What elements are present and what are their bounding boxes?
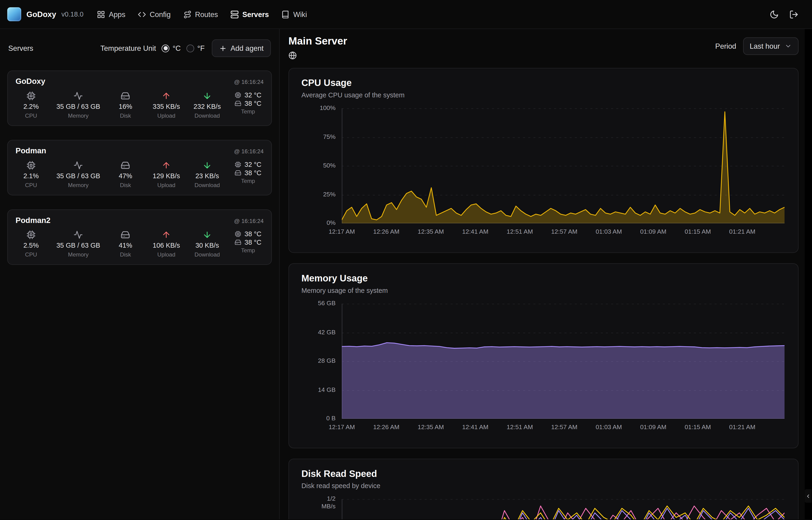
upload-value: 106 KB/s [153,241,180,249]
memory-label: Memory [68,182,88,188]
disk-value: 47% [119,172,132,180]
cpu-temp-value: 32 °C [245,91,261,99]
celsius-label: °C [172,44,181,52]
cpu-stat: 2.2% CPU [16,91,47,119]
upload-stat: 335 KB/s Upload [151,91,182,119]
servers-panel: Servers Temperature Unit °C °F Add agent [0,29,280,519]
period-label: Period [715,42,736,50]
disk-temp-value: 38 °C [245,169,261,177]
panel-title: Servers [8,44,33,52]
activity-icon [74,91,83,101]
server-timestamp: @ 16:16:24 [234,148,263,154]
upload-label: Upload [157,182,175,188]
plus-icon [219,44,227,52]
logout-icon [789,9,799,19]
y-axis-tick: 50% [302,162,336,170]
memory-value: 35 GB / 63 GB [56,103,100,110]
nav-config-label: Config [150,10,171,19]
x-axis-tick: 12:51 AM [507,423,533,431]
nav-config[interactable]: Config [138,10,171,19]
godoxy-dashboard: GoDoxy v0.18.0 Apps Config Routes Server [0,0,812,520]
cpu-value: 2.1% [23,172,39,180]
globe-icon[interactable] [288,51,297,60]
temp-stat: 32 °C 38 °C Temp [232,161,263,184]
cpu-usage-chart: 100%75%50%25%0%12:17 AM12:26 AM12:35 AM1… [302,108,786,239]
cpu-label: CPU [25,112,37,119]
chart-title: Memory Usage [302,273,786,284]
fahrenheit-radio[interactable]: °F [187,44,205,52]
x-axis-tick: 01:09 AM [640,423,667,431]
server-name: GoDoxy [16,77,46,85]
x-axis-tick: 01:03 AM [596,423,622,431]
download-stat: 30 KB/s Download [192,230,223,258]
download-value: 30 KB/s [195,241,219,249]
chart-title: Disk Read Speed [302,469,786,479]
fahrenheit-label: °F [197,44,205,52]
nav-wiki[interactable]: Wiki [281,10,307,19]
y-axis-tick: 25% [302,191,336,199]
chart-subtitle: Average CPU usage of the system [302,91,786,99]
x-axis-tick: 12:51 AM [507,228,533,235]
chart-canvas [342,108,785,224]
memory-label: Memory [68,251,88,258]
cpu-temp-icon [235,92,242,99]
radio-circle-icon [187,44,194,52]
cpu-chip-icon [26,91,36,101]
download-label: Download [195,182,220,188]
period-value: Last hour [750,42,780,50]
nav-routes[interactable]: Routes [183,10,218,19]
memory-stat: 35 GB / 63 GB Memory [56,230,100,258]
x-axis-tick: 01:03 AM [596,228,622,235]
period-select[interactable]: Last hour [743,37,799,55]
nav-routes-label: Routes [195,10,218,19]
theme-toggle-button[interactable] [769,9,779,19]
download-stat: 23 KB/s Download [192,161,223,188]
x-axis-tick: 01:15 AM [685,228,711,235]
memory-value: 35 GB / 63 GB [56,241,100,249]
download-stat: 232 KB/s Download [192,91,223,119]
celsius-radio[interactable]: °C [162,44,181,52]
period-control: Period Last hour [715,37,799,55]
disk-read-speed-card: Disk Read Speed Disk read speed by devic… [288,459,799,519]
server-card-godoxy[interactable]: GoDoxy @ 16:16:24 2.2% CPU 35 GB / 63 GB… [7,71,272,126]
nav-servers[interactable]: Servers [230,10,269,19]
memory-usage-card: Memory Usage Memory usage of the system … [288,263,799,448]
cpu-temp-value: 32 °C [245,161,261,168]
server-timestamp: @ 16:16:24 [234,79,263,85]
x-axis-tick: 12:35 AM [418,423,444,431]
collapse-panel-button[interactable] [805,489,812,503]
add-agent-button[interactable]: Add agent [212,40,271,57]
nav-apps-label: Apps [109,10,125,19]
server-name: Podman [16,146,46,155]
upload-stat: 129 KB/s Upload [151,161,182,188]
upload-arrow-icon [162,230,171,239]
code-icon [138,10,146,19]
download-value: 23 KB/s [195,172,219,180]
disk-temp-icon [235,239,242,245]
logout-button[interactable] [789,9,799,19]
hard-drive-icon [121,161,130,170]
download-label: Download [195,251,220,258]
y-axis-tick: 0% [302,219,336,227]
temp-unit-label: Temperature Unit [100,44,156,52]
godoxy-logo[interactable] [7,7,21,21]
add-agent-label: Add agent [230,44,263,52]
y-axis-tick: 56 GB [302,300,336,307]
cpu-stat: 2.5% CPU [16,230,47,258]
chart-subtitle: Disk read speed by device [302,482,786,490]
right-edge-panel [805,29,812,519]
upload-value: 129 KB/s [153,172,180,180]
cpu-label: CPU [25,182,37,188]
upload-arrow-icon [162,91,171,101]
page-title: Main Server [288,35,347,47]
server-detail-panel: Main Server Period Last hour CPU Usage A… [280,29,812,519]
server-card-podman2[interactable]: Podman2 @ 16:16:24 2.5% CPU 35 GB / 63 G… [7,209,272,265]
brand-name: GoDoxy [26,10,56,19]
server-card-podman[interactable]: Podman @ 16:16:24 2.1% CPU 35 GB / 63 GB… [7,140,272,196]
chevron-left-icon [805,493,811,499]
nav-apps[interactable]: Apps [97,10,125,19]
disk-temp-value: 38 °C [245,238,261,246]
x-axis-tick: 01:09 AM [640,228,667,235]
memory-stat: 35 GB / 63 GB Memory [56,91,100,119]
navbar: GoDoxy v0.18.0 Apps Config Routes Server [0,0,812,29]
